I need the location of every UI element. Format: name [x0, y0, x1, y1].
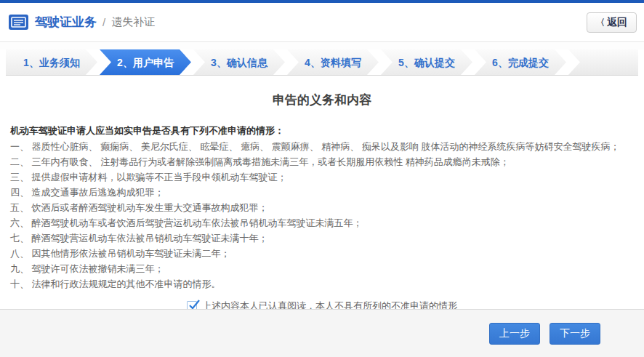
- step-2-user-declaration: 2、用户申告: [100, 49, 191, 75]
- back-chevron-icon: 〈: [596, 17, 605, 29]
- page-title: 申告的义务和内容: [10, 92, 634, 108]
- rule-item-1: 一、 器质性心脏病、 癫痫病、 美尼尔氏症、 眩晕症、 癔病、 震颤麻痹、 精神…: [10, 139, 634, 154]
- rule-item-8: 八、 因其他情形依法被吊销机动车驾驶证未满二年；: [10, 246, 634, 261]
- step-6-complete-submit: 6、完成提交: [475, 49, 566, 75]
- header: 驾驶证业务 / 遗失补证 〈 返回: [0, 3, 644, 42]
- rule-item-3: 三、 提供虚假申请材料，以欺骗等不正当手段申领机动车驾驶证；: [10, 169, 634, 185]
- step-1-business-notice: 1、业务须知: [6, 49, 97, 75]
- step-4-fill-data: 4、资料填写: [287, 49, 379, 75]
- breadcrumb-separator: /: [102, 16, 105, 28]
- declaration-intro: 机动车驾驶证申请人应当如实申告是否具有下列不准申请的情形：: [10, 123, 634, 139]
- back-button[interactable]: 〈 返回: [587, 12, 637, 33]
- rule-item-9: 九、 驾驶许可依法被撤销未满三年；: [10, 261, 634, 276]
- back-button-label: 返回: [607, 16, 627, 29]
- agreement-row: 上述内容本人已认真阅读，本人不具有所列的不准申请的情形: [10, 300, 634, 309]
- rule-item-4: 四、 造成交通事故后逃逸构成犯罪；: [10, 185, 634, 200]
- checkmark-icon: [188, 299, 200, 309]
- step-5-confirm-submit: 5、确认提交: [381, 49, 472, 75]
- step-bar-filler: [568, 49, 638, 75]
- agreement-checkbox[interactable]: [187, 301, 197, 309]
- breadcrumb-service-title[interactable]: 驾驶证业务: [35, 14, 97, 31]
- rule-item-6: 六、 醉酒驾驶机动车或者饮酒后驾驶营运机动车依法被吊销机动车驾驶证未满五年；: [10, 215, 634, 230]
- rule-item-2: 二、 三年内有吸食、 注射毒品行为或者解除强制隔离戒毒措施未满三年，或者长期服用…: [10, 154, 634, 169]
- rule-item-5: 五、 饮酒后或者醉酒驾驶机动车发生重大交通事故构成犯罪；: [10, 200, 634, 215]
- next-step-button[interactable]: 下一步: [550, 323, 600, 345]
- rule-item-10: 十、 法律和行政法规规定的其他不准申请的情形。: [10, 276, 634, 292]
- license-card-icon: [9, 15, 28, 30]
- step-progress-bar: 1、业务须知 2、用户申告 3、确认信息 4、资料填写 5、确认提交 6、完成提…: [6, 49, 638, 76]
- footer-action-bar: 上一步 下一步: [0, 309, 644, 357]
- declaration-content: 申告的义务和内容 机动车驾驶证申请人应当如实申告是否具有下列不准申请的情形： 一…: [0, 76, 644, 309]
- breadcrumb-current-page: 遗失补证: [111, 15, 155, 29]
- agreement-label[interactable]: 上述内容本人已认真阅读，本人不具有所列的不准申请的情形: [202, 300, 457, 309]
- previous-step-button[interactable]: 上一步: [489, 323, 540, 345]
- rule-item-7: 七、 醉酒驾驶营运机动车依法被吊销机动车驾驶证未满十年；: [10, 230, 634, 246]
- header-gap: [0, 42, 644, 49]
- step-3-confirm-info: 3、确认信息: [193, 49, 285, 75]
